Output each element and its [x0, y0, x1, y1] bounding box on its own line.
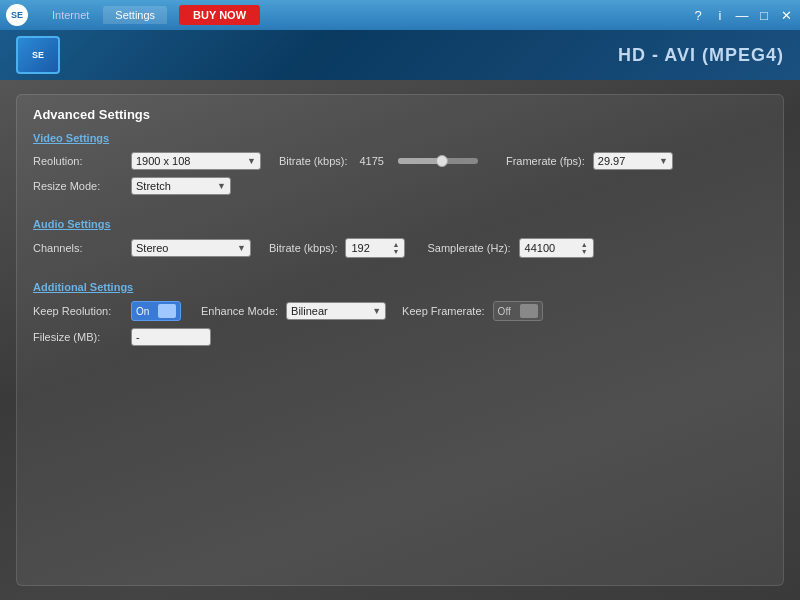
enhance-dropdown-arrow: ▼: [372, 306, 381, 316]
tab-internet[interactable]: Internet: [40, 6, 101, 24]
samplerate-value: 44100: [525, 242, 556, 254]
header-logo-icon: SE: [16, 36, 60, 74]
window-controls: ? i — □ ✕: [690, 8, 794, 23]
bitrate-label: Bitrate (kbps):: [279, 155, 347, 167]
info-icon[interactable]: i: [712, 8, 728, 23]
panel-title: Advanced Settings: [33, 107, 767, 122]
filesize-value: -: [136, 331, 206, 343]
resize-mode-label: Resize Mode:: [33, 180, 123, 192]
title-bar: SE Internet Settings BUY NOW ? i — □ ✕: [0, 0, 800, 30]
buy-now-button[interactable]: BUY NOW: [179, 5, 260, 25]
samplerate-arrows: ▲ ▼: [581, 241, 588, 255]
keep-framerate-value: Off: [498, 306, 511, 317]
keep-framerate-label: Keep Framerate:: [402, 305, 485, 317]
toggle-knob-off: [520, 304, 538, 318]
additional-settings-label: Additional Settings: [33, 281, 767, 293]
enhance-mode-dropdown[interactable]: Bilinear ▼: [286, 302, 386, 320]
minimize-icon[interactable]: —: [734, 8, 750, 23]
audio-settings-label: Audio Settings: [33, 218, 767, 230]
filesize-row: Filesize (MB): -: [33, 328, 767, 346]
header-title: HD - AVI (MPEG4): [618, 45, 784, 66]
help-icon[interactable]: ?: [690, 8, 706, 23]
audio-bitrate-label: Bitrate (kbps):: [269, 242, 337, 254]
main-content: Advanced Settings Video Settings Reoluti…: [0, 80, 800, 600]
resize-mode-value: Stretch: [136, 180, 215, 192]
resolution-label: Reolution:: [33, 155, 123, 167]
sr-down-arrow: ▼: [581, 248, 588, 255]
resolution-dropdown-arrow: ▼: [247, 156, 256, 166]
resolution-row: Reolution: 1900 x 108 ▼ Bitrate (kbps): …: [33, 152, 767, 170]
samplerate-label: Samplerate (Hz):: [427, 242, 510, 254]
framerate-label: Framerate (fps):: [506, 155, 585, 167]
bitrate-slider[interactable]: [398, 158, 478, 164]
tab-settings[interactable]: Settings: [103, 6, 167, 24]
channels-value: Stereo: [136, 242, 235, 254]
channels-dropdown-arrow: ▼: [237, 243, 246, 253]
bitrate-value: 4175: [359, 155, 383, 167]
video-settings-label: Video Settings: [33, 132, 767, 144]
samplerate-input[interactable]: 44100 ▲ ▼: [519, 238, 594, 258]
filesize-label: Filesize (MB):: [33, 331, 123, 343]
sr-up-arrow: ▲: [581, 241, 588, 248]
keep-resolution-row: Keep Reolution: On Enhance Mode: Bilinea…: [33, 301, 767, 321]
enhance-mode-label: Enhance Mode:: [201, 305, 278, 317]
slider-thumb: [436, 155, 448, 167]
toggle-knob-on: [158, 304, 176, 318]
resize-dropdown-arrow: ▼: [217, 181, 226, 191]
filesize-input[interactable]: -: [131, 328, 211, 346]
resolution-value: 1900 x 108: [136, 155, 245, 167]
down-arrow: ▼: [393, 248, 400, 255]
resize-mode-dropdown[interactable]: Stretch ▼: [131, 177, 231, 195]
framerate-value: 29.97: [598, 155, 657, 167]
audio-bitrate-value: 192: [351, 242, 369, 254]
app-header: SE HD - AVI (MPEG4): [0, 30, 800, 80]
keep-resolution-value: On: [136, 306, 149, 317]
up-arrow: ▲: [393, 241, 400, 248]
channels-label: Channels:: [33, 242, 123, 254]
framerate-dropdown-arrow: ▼: [659, 156, 668, 166]
resolution-dropdown[interactable]: 1900 x 108 ▼: [131, 152, 261, 170]
audio-bitrate-input[interactable]: 192 ▲ ▼: [345, 238, 405, 258]
maximize-icon[interactable]: □: [756, 8, 772, 23]
close-icon[interactable]: ✕: [778, 8, 794, 23]
framerate-dropdown[interactable]: 29.97 ▼: [593, 152, 673, 170]
audio-bitrate-arrows: ▲ ▼: [393, 241, 400, 255]
keep-resolution-toggle[interactable]: On: [131, 301, 181, 321]
keep-framerate-toggle[interactable]: Off: [493, 301, 543, 321]
title-tabs: Internet Settings: [40, 6, 167, 24]
enhance-mode-value: Bilinear: [291, 305, 370, 317]
settings-panel: Advanced Settings Video Settings Reoluti…: [16, 94, 784, 586]
resize-mode-row: Resize Mode: Stretch ▼: [33, 177, 767, 195]
channels-dropdown[interactable]: Stereo ▼: [131, 239, 251, 257]
channels-row: Channels: Stereo ▼ Bitrate (kbps): 192 ▲…: [33, 238, 767, 258]
keep-resolution-label: Keep Reolution:: [33, 305, 123, 317]
app-logo: SE: [6, 4, 28, 26]
